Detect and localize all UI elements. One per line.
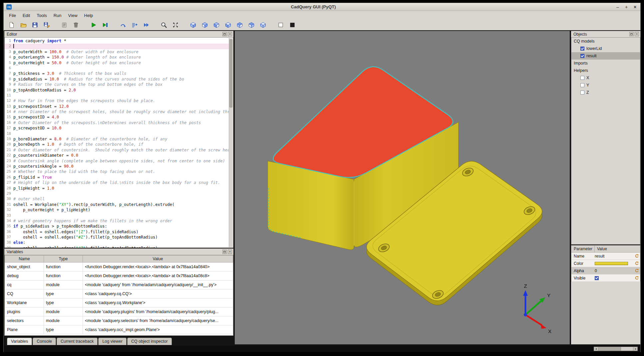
menu-help[interactable]: Help — [81, 12, 97, 19]
param-column-parameter[interactable]: Parameter — [571, 246, 595, 252]
step-over-button[interactable] — [118, 20, 128, 30]
code-line[interactable]: 21# Outer diameter of countersink. Shoul… — [5, 147, 229, 153]
code-line[interactable]: 3p_outerWidth = 100.0 # Outer width of b… — [5, 49, 229, 55]
code-line[interactable]: 25# Whether to place the lid with the to… — [5, 169, 229, 174]
code-line[interactable]: 29 — [5, 191, 229, 196]
clear-button[interactable] — [60, 20, 69, 30]
checkbox[interactable] — [580, 47, 584, 51]
view-right-button[interactable] — [235, 20, 244, 30]
tab-log-viewer[interactable]: Log viewer — [98, 338, 126, 345]
column-header-name[interactable]: Name — [5, 256, 44, 263]
tab-cq-object-inspector[interactable]: CQ object inspector — [127, 338, 172, 345]
title-bar[interactable]: cq CadQuery GUI (PyQT) — [4, 3, 640, 11]
code-line[interactable]: 6 — [5, 66, 229, 71]
tree-item-y[interactable]: Y — [571, 82, 640, 89]
tree-item-x[interactable]: X — [571, 74, 640, 82]
code-line[interactable]: 7p_thickness = 3.0 # Thickness of the bo… — [5, 71, 229, 76]
code-line[interactable]: 20p_boreDepth = 1.0 # Depth of the count… — [5, 142, 229, 147]
menu-edit[interactable]: Edit — [19, 12, 33, 19]
table-row[interactable]: selectorsmodule<module 'cadquery.selecto… — [5, 316, 233, 325]
reset-icon[interactable] — [635, 261, 639, 266]
render-button[interactable] — [89, 20, 98, 30]
menu-run[interactable]: Run — [50, 12, 65, 19]
code-line[interactable]: 37 oshell = oshell.edges("#Z").fillet(p_… — [5, 235, 229, 240]
code-line[interactable]: 5p_outerHeight = 50.0 # Outer height of … — [5, 60, 229, 66]
view-iso-button[interactable] — [188, 20, 198, 30]
scroll-left-icon[interactable] — [594, 347, 598, 351]
scroll-right-icon[interactable] — [633, 347, 637, 351]
reset-icon[interactable] — [635, 254, 639, 258]
code-line[interactable]: 27# Height of lip on the underside of th… — [5, 180, 229, 185]
code-line[interactable]: 2 — [5, 44, 229, 49]
step-into-button[interactable] — [130, 20, 139, 30]
code-line[interactable]: 13p_screwpostInset = 12.0 — [5, 104, 229, 109]
table-row[interactable]: debugfunction<function Debugger.render.<… — [5, 271, 233, 280]
editor-scrollbar-thumb[interactable] — [229, 39, 232, 107]
code-line[interactable]: 39 oshell = oshell.edges("#Z").fillet(p_… — [5, 246, 229, 248]
tree-item-lowerlid[interactable]: lowerLid — [571, 45, 640, 52]
close-button[interactable] — [632, 4, 638, 10]
checkbox[interactable] — [580, 83, 584, 87]
code-line[interactable]: 22p_countersinkDiameter = 0.0 — [5, 153, 229, 158]
param-value[interactable] — [595, 276, 640, 280]
visible-checkbox[interactable] — [595, 276, 599, 280]
param-row-visible[interactable]: Visible — [571, 274, 640, 282]
table-row[interactable]: cqmodule<module 'cadquery' from '/home/a… — [5, 280, 233, 289]
tree-item-result[interactable]: result — [571, 52, 640, 60]
save-button[interactable] — [30, 20, 40, 30]
column-header-value[interactable]: Value — [83, 256, 233, 263]
view-top-button[interactable] — [247, 20, 256, 30]
code-line[interactable]: 15p_screwpostID = 4.0 — [5, 114, 229, 120]
table-row[interactable]: Planetype<class 'cadquery.occ_impl.geom.… — [5, 325, 233, 334]
code-line[interactable]: 28p_lipHeight = 1.0 — [5, 186, 229, 191]
view-back-button[interactable] — [212, 20, 221, 30]
close-panel-icon[interactable] — [635, 32, 639, 36]
debug-button[interactable] — [101, 20, 110, 30]
dock-scrollbar[interactable] — [594, 347, 638, 351]
code-line[interactable]: 10p_topAndBottomRadius = 2.0 — [5, 88, 229, 93]
code-line[interactable]: 36 oshell = oshell.edges("|Z").fillet(p_… — [5, 229, 229, 235]
checkbox[interactable] — [580, 54, 584, 58]
code-line[interactable]: 9# Radius for the curves on the top and … — [5, 82, 229, 87]
table-row[interactable]: show_objectfunction<function Debugger.re… — [5, 263, 233, 271]
code-editor[interactable]: 1from cadquery import *23p_outerWidth = … — [4, 37, 233, 248]
code-line[interactable]: 34# weird geometry happens if we make th… — [5, 218, 229, 224]
maximize-button[interactable] — [624, 4, 629, 10]
menu-view[interactable]: View — [65, 12, 81, 19]
code-line[interactable]: 16# Outer Diameter of the screwposts.\nD… — [5, 120, 229, 125]
tab-current-traceback[interactable]: Current traceback — [57, 338, 98, 345]
code-line[interactable]: 32 p_outerHeight + p_lipHeight) — [5, 207, 229, 213]
close-panel-icon[interactable] — [228, 250, 232, 254]
code-line[interactable]: 8p_sideRadius = 10.0 # Radius for the cu… — [5, 77, 229, 82]
tree-item-imports[interactable]: Imports — [571, 60, 640, 67]
checkbox[interactable] — [580, 90, 584, 94]
code-line[interactable]: 38else: — [5, 240, 229, 245]
tab-console[interactable]: Console — [33, 338, 56, 345]
code-line[interactable]: 24p_countersinkAngle = 90.0 — [5, 164, 229, 169]
tab-variables[interactable]: Variables — [7, 338, 32, 345]
view-shaded-button[interactable] — [288, 20, 297, 30]
float-panel-icon[interactable] — [222, 250, 227, 254]
code-line[interactable]: 33 — [5, 213, 229, 218]
tree-item-z[interactable]: Z — [571, 89, 640, 96]
table-row[interactable]: CQtype<class 'cadquery.cq.CQ'> — [5, 289, 233, 298]
scrollbar-thumb[interactable] — [598, 347, 621, 351]
open-file-button[interactable] — [19, 20, 28, 30]
tree-item-cq-models[interactable]: CQ models — [571, 38, 640, 45]
viewport-3d[interactable]: Z Y X — [235, 31, 570, 344]
zoom-button[interactable] — [159, 20, 168, 30]
code-line[interactable]: 17p_screwpostOD = 10.0 — [5, 125, 229, 131]
code-line[interactable]: 1from cadquery import * — [5, 38, 229, 44]
menu-tools[interactable]: Tools — [33, 12, 50, 19]
checkbox[interactable] — [580, 76, 584, 80]
reset-icon[interactable] — [635, 276, 639, 280]
code-line[interactable]: 4p_outerLength = 150.0 # Outer length of… — [5, 55, 229, 60]
reset-icon[interactable] — [635, 268, 639, 273]
code-line[interactable]: 31oshell = Workplane("XY").rect(p_outerW… — [5, 202, 229, 207]
color-swatch[interactable] — [595, 262, 628, 265]
new-file-button[interactable] — [7, 20, 16, 30]
editor-scrollbar[interactable] — [229, 38, 233, 247]
code-line[interactable]: 35if p_sideRadius > p_topAndBottomRadius… — [5, 224, 229, 229]
code-line[interactable]: 12# How far in from the edges the screwp… — [5, 98, 229, 103]
float-panel-icon[interactable] — [629, 32, 634, 36]
